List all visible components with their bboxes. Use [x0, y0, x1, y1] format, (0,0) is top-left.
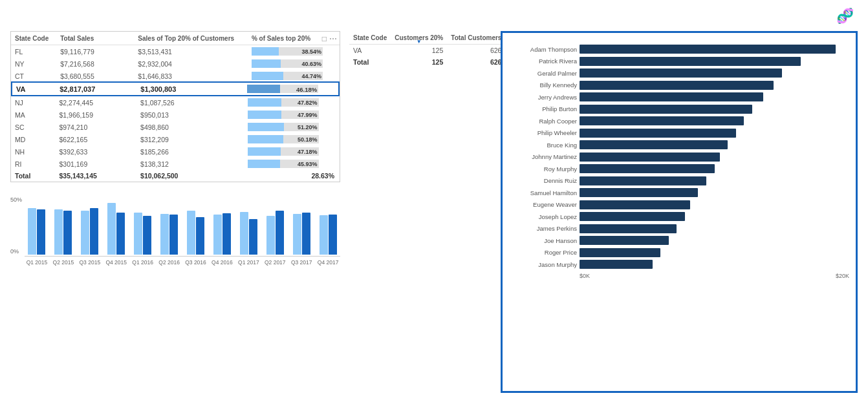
table-row: NH $392,633 $185,266 47.18% — [11, 145, 340, 158]
cell-top20-sales: $498,860 — [136, 121, 244, 133]
maximize-icon[interactable]: □ — [322, 34, 327, 43]
cell-state: MD — [11, 133, 55, 145]
bar-track — [580, 153, 849, 162]
x-end: $20K — [836, 273, 849, 279]
light-bar — [240, 212, 248, 255]
dark-bar — [302, 213, 310, 255]
dark-bar — [37, 209, 45, 255]
dark-bar — [143, 216, 151, 255]
va-pct-bar: 46.18% — [243, 82, 339, 96]
list-item: Adam Thompson — [509, 45, 849, 54]
x-label: Q4 2015 — [104, 259, 129, 266]
bar-fill — [580, 188, 698, 197]
mid-state: VA — [349, 45, 391, 57]
x-label: Q3 2017 — [289, 259, 314, 266]
highlighted-va-row[interactable]: VA $2,817,037 $1,300,803 46.18% — [12, 82, 339, 96]
chart-area: Q1 2015Q2 2015Q3 2015Q4 2015Q1 2016Q2 20… — [25, 196, 340, 266]
cell-state: NH — [11, 145, 55, 158]
list-item: Eugene Weaver — [509, 200, 849, 209]
cell-state: MA — [11, 109, 55, 121]
bar-fill — [580, 212, 685, 221]
bar-track — [580, 140, 849, 149]
cell-pct: 47.82% — [244, 96, 340, 109]
bar-track — [580, 200, 849, 209]
highlighted-row-table: VA $2,817,037 $1,300,803 46.18% — [11, 81, 340, 96]
cell-pct: 45.93% — [244, 158, 340, 170]
bar-pair — [320, 215, 337, 255]
bar-pair — [134, 213, 151, 255]
list-item: Johnny Martinez — [509, 153, 849, 162]
bar-label: Roy Murphy — [509, 165, 577, 173]
dark-bar — [116, 213, 125, 255]
x-axis-line — [25, 256, 340, 257]
bar-label: Dennis Ruiz — [509, 177, 577, 184]
bar-fill — [580, 248, 660, 257]
mid-col-total: Total Customers — [447, 31, 505, 45]
light-bar — [134, 213, 142, 255]
va-top20-sales: $1,300,803 — [136, 82, 243, 96]
cell-total-sales: $9,116,779 — [56, 45, 134, 58]
bar-label: Samuel Hamilton — [509, 189, 577, 196]
bar-track — [580, 57, 849, 66]
cell-total-sales: $3,680,555 — [56, 70, 134, 82]
bar-label: Jerry Andrews — [509, 94, 577, 101]
right-panel: Adam Thompson Patrick Rivera Gerald Palm… — [501, 31, 858, 393]
total-pct: 28.63% — [244, 170, 340, 182]
light-bar — [320, 215, 328, 255]
cell-state: NJ — [11, 96, 55, 109]
list-item: Samuel Hamilton — [509, 188, 849, 197]
table-row: NJ $2,274,445 $1,087,526 47.82% — [11, 96, 340, 109]
light-bar — [160, 214, 169, 255]
bar-label: Bruce King — [509, 142, 577, 149]
bar-track — [580, 260, 849, 269]
bar-track — [580, 68, 849, 78]
widget-icons[interactable]: □ ⋯ — [322, 34, 337, 43]
dark-bar — [276, 211, 284, 255]
list-item: Joe Hanson — [509, 236, 849, 245]
table-row: CT $3,680,555 $1,646,833 44.74% — [11, 70, 340, 82]
table-row: RI $301,169 $138,312 45.93% — [11, 158, 340, 170]
bar-fill — [580, 45, 836, 54]
total-top20: $10,062,500 — [136, 170, 244, 182]
list-item — [184, 211, 208, 255]
cell-total-sales: $301,169 — [55, 158, 136, 170]
list-item — [157, 214, 182, 255]
cell-total-sales: $392,633 — [55, 145, 136, 158]
x-label: Q3 2015 — [78, 259, 102, 266]
dark-bar — [63, 211, 72, 255]
x-axis-labels: Q1 2015Q2 2015Q3 2015Q4 2015Q1 2016Q2 20… — [25, 259, 340, 266]
col-state-code: State Code — [11, 32, 56, 45]
bar-track — [580, 129, 849, 138]
total-row: Total $35,143,145 $10,062,500 28.63% — [11, 170, 340, 182]
bar-fill — [580, 81, 774, 90]
cell-total-sales: $974,210 — [55, 121, 136, 133]
light-bar — [81, 211, 89, 255]
table-row: SC $974,210 $498,860 51.20% — [11, 121, 340, 133]
va-total-sales: $2,817,037 — [56, 82, 136, 96]
bar-fill — [580, 176, 706, 185]
bar-label: Billy Kennedy — [509, 81, 577, 89]
logo: 🧬 — [836, 8, 858, 25]
cell-pct: 51.20% — [244, 121, 340, 133]
bar-fill — [580, 105, 752, 114]
y-top: 50% — [10, 196, 22, 203]
bar-track — [580, 176, 849, 185]
bar-fill — [580, 200, 690, 209]
cell-pct: 44.74% — [248, 70, 340, 82]
list-item — [263, 211, 287, 255]
light-bar — [187, 211, 195, 255]
list-item: Gerald Palmer — [509, 68, 849, 78]
col-top20-sales: Sales of Top 20% of Customers — [134, 32, 248, 45]
list-item — [289, 213, 314, 255]
dna-icon: 🧬 — [836, 8, 854, 25]
more-icon[interactable]: ⋯ — [329, 34, 337, 43]
bar-track — [580, 164, 849, 173]
middle-table: State Code Customers 20% ▼ Total Custome… — [349, 31, 505, 68]
bar-track — [580, 92, 849, 101]
bar-label: Ralph Cooper — [509, 118, 577, 125]
bar-fill — [580, 224, 677, 233]
table-row: FL $9,116,779 $3,513,431 38.54% — [11, 45, 340, 58]
bar-label: Jason Murphy — [509, 261, 577, 268]
light-bar — [266, 216, 275, 255]
x-start: $0K — [580, 273, 590, 279]
